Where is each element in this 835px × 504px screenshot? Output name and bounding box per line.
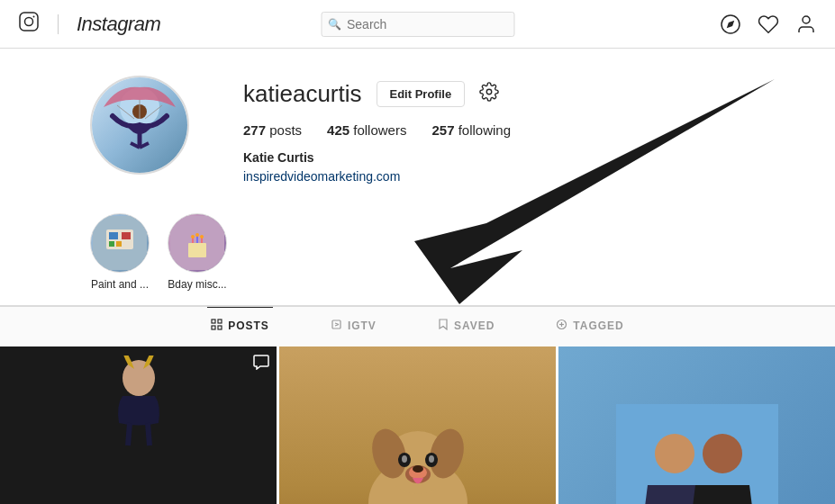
photo-cell[interactable]: HELL 666	[558, 346, 835, 504]
svg-rect-19	[122, 232, 131, 239]
svg-point-29	[200, 235, 204, 238]
svg-point-28	[195, 233, 199, 237]
tab-posts-label: POSTS	[228, 320, 269, 332]
avatar-wrap	[90, 76, 189, 175]
profile-button[interactable]	[795, 14, 817, 35]
tabs-nav: POSTS IGTV SAVED	[0, 306, 835, 344]
svg-point-58	[655, 434, 694, 473]
tag-icon	[556, 319, 567, 333]
svg-point-49	[402, 455, 407, 463]
tab-tagged-label: TAGGED	[573, 320, 623, 332]
igtv-icon	[331, 319, 342, 333]
bookmark-icon	[438, 319, 449, 333]
following-label: following	[458, 122, 511, 138]
header: Instagram 🔍	[0, 0, 835, 49]
grid-icon	[211, 319, 222, 333]
svg-rect-20	[109, 241, 114, 247]
tab-tagged[interactable]: TAGGED	[552, 307, 627, 344]
story-thumbnail	[90, 213, 150, 273]
svg-rect-23	[188, 243, 206, 257]
posts-count: 277	[243, 122, 266, 138]
following-count: 257	[431, 122, 454, 138]
edit-profile-button[interactable]: Edit Profile	[377, 81, 466, 107]
photo-dog	[279, 346, 556, 504]
svg-rect-34	[332, 320, 340, 328]
display-name: Katie Curtis	[243, 150, 817, 165]
svg-point-27	[191, 235, 195, 238]
followers-label: followers	[353, 122, 406, 138]
avatar	[90, 76, 189, 175]
svg-rect-21	[116, 241, 122, 247]
photo-hilton-wars: HILTONWARS	[0, 346, 277, 504]
tab-igtv-label: IGTV	[348, 320, 377, 332]
posts-label: posts	[269, 122, 302, 138]
svg-rect-32	[212, 326, 215, 329]
svg-marker-4	[727, 20, 734, 27]
instagram-camera-icon	[18, 11, 40, 38]
username: katieacurtis	[243, 80, 362, 108]
svg-rect-60	[702, 499, 742, 505]
profile-section: katieacurtis Edit Profile 277 posts 425 …	[0, 49, 835, 202]
profile-info: katieacurtis Edit Profile 277 posts 425 …	[243, 76, 817, 184]
stories-section: Paint and ... Bday misc...	[0, 202, 835, 306]
search-bar[interactable]: 🔍	[321, 12, 514, 37]
photo-grid: HILTONWARS	[0, 344, 835, 504]
profile-stats: 277 posts 425 followers 257 following	[243, 122, 817, 138]
svg-point-5	[803, 16, 810, 23]
story-label-2: Bday misc...	[168, 278, 226, 291]
story-thumbnail	[168, 213, 227, 273]
svg-point-59	[703, 434, 742, 473]
heart-button[interactable]	[758, 14, 779, 35]
photo-cell[interactable]: HILTONWARS	[0, 346, 277, 504]
logo: Instagram	[18, 11, 160, 38]
search-input[interactable]	[321, 12, 514, 37]
svg-point-40	[123, 360, 155, 396]
tab-saved[interactable]: SAVED	[434, 307, 498, 344]
posts-stat: 277 posts	[243, 122, 302, 138]
svg-line-36	[335, 325, 339, 327]
settings-icon[interactable]	[479, 82, 499, 106]
compass-button[interactable]	[720, 14, 741, 35]
svg-point-1	[25, 17, 33, 25]
story-label-1: Paint and ...	[91, 278, 149, 291]
username-row: katieacurtis Edit Profile	[243, 80, 817, 108]
svg-line-42	[148, 423, 150, 446]
header-icons	[720, 14, 817, 35]
story-item[interactable]: Bday misc...	[168, 213, 227, 291]
svg-point-50	[429, 455, 434, 463]
svg-rect-30	[212, 320, 215, 323]
svg-rect-18	[109, 232, 118, 239]
tab-igtv[interactable]: IGTV	[327, 307, 380, 344]
search-icon: 🔍	[328, 18, 341, 31]
svg-point-15	[486, 89, 492, 94]
followers-stat[interactable]: 425 followers	[327, 122, 406, 138]
instagram-wordmark: Instagram	[77, 13, 160, 36]
tab-posts[interactable]: POSTS	[207, 307, 273, 344]
svg-rect-33	[218, 326, 222, 329]
photo-people: HELL 666	[558, 346, 835, 504]
svg-rect-31	[218, 320, 222, 323]
tab-saved-label: SAVED	[454, 320, 495, 332]
photo-cell[interactable]	[279, 346, 556, 504]
loki-figure	[103, 356, 175, 465]
svg-point-2	[33, 15, 35, 17]
following-stat[interactable]: 257 following	[431, 122, 511, 138]
svg-point-53	[413, 465, 423, 472]
svg-line-41	[128, 423, 130, 446]
profile-website[interactable]: inspiredvideomarketing.com	[243, 169, 400, 184]
header-divider	[58, 14, 59, 34]
multi-photo-icon	[253, 354, 269, 374]
story-item[interactable]: Paint and ...	[90, 213, 150, 291]
svg-rect-0	[20, 13, 38, 31]
followers-count: 425	[327, 122, 349, 138]
